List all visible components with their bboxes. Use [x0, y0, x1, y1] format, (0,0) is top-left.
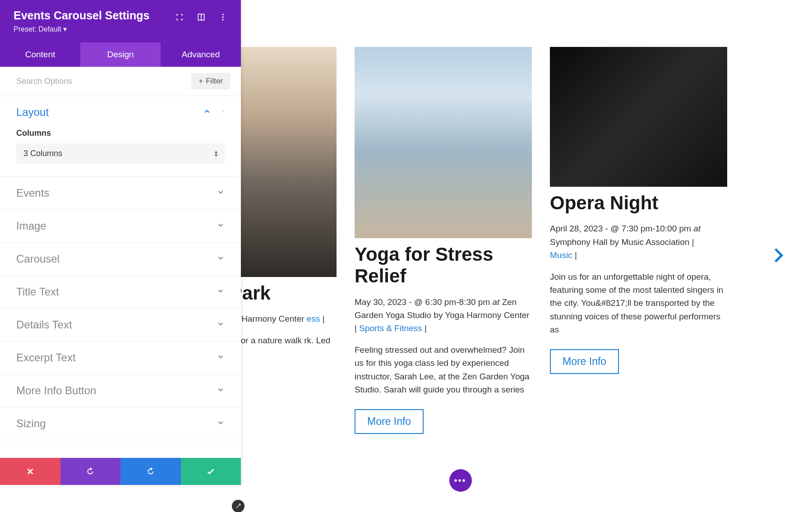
more-info-button[interactable]: More Info — [550, 349, 619, 374]
event-excerpt: Feeling stressed out and overwhelmed? Jo… — [355, 343, 532, 397]
cancel-button[interactable] — [0, 458, 60, 485]
panel-header-icons — [175, 13, 227, 23]
section-more-icon[interactable] — [222, 107, 225, 117]
layout-toggle-icon[interactable] — [197, 13, 206, 23]
svg-point-0 — [222, 14, 223, 15]
tab-content[interactable]: Content — [0, 42, 80, 67]
svg-point-3 — [223, 111, 223, 111]
event-meta: May 30, 2023 - @ 6:30 pm-8:30 pm at Zen … — [355, 295, 532, 335]
section-image: Image — [0, 210, 241, 243]
section-header-details-text[interactable]: Details Text — [0, 309, 241, 341]
chevron-down-icon — [217, 353, 225, 363]
select-arrows-icon: ▴▾ — [215, 150, 217, 157]
tabs: Content Design Advanced — [0, 42, 241, 67]
event-title: Opera Night — [550, 192, 727, 214]
event-card: Yoga for Stress Relief May 30, 2023 - @ … — [355, 47, 532, 434]
chevron-down-icon — [217, 320, 225, 330]
chevron-down-icon — [217, 386, 225, 396]
chevron-down-icon — [217, 188, 225, 198]
event-title: Yoga for Stress Relief — [355, 244, 532, 287]
undo-button[interactable] — [60, 458, 121, 485]
settings-panel: Events Carousel Settings Preset: Default… — [0, 0, 241, 485]
preset-dropdown[interactable]: Preset: Default ▾ — [14, 25, 149, 33]
svg-point-4 — [223, 111, 223, 111]
columns-label: Columns — [16, 129, 225, 138]
event-image — [550, 47, 727, 187]
section-header-excerpt-text[interactable]: Excerpt Text — [0, 341, 241, 374]
sections-list[interactable]: Layout Columns 3 Columns ▴▾ Events — [0, 96, 241, 458]
event-category-link[interactable]: Sports & Fitness — [359, 323, 422, 333]
section-more-info-button: More Info Button — [0, 374, 241, 407]
section-body-layout: Columns 3 Columns ▴▾ — [0, 129, 241, 176]
section-layout: Layout Columns 3 Columns ▴▾ — [0, 96, 241, 177]
redo-button[interactable] — [120, 458, 181, 485]
svg-point-1 — [222, 16, 223, 18]
section-events: Events — [0, 177, 241, 210]
section-carousel: Carousel — [0, 243, 241, 276]
columns-select[interactable]: 3 Columns ▴▾ — [16, 143, 225, 164]
events-carousel: e Walk in de Park - @ 7:00 am-9:00 am at… — [179, 47, 781, 434]
search-row: Search Options + Filter — [0, 67, 241, 96]
expand-icon[interactable] — [175, 13, 184, 23]
section-details-text: Details Text — [0, 309, 241, 341]
section-excerpt-text: Excerpt Text — [0, 341, 241, 374]
event-excerpt: Join us for an unforgettable night of op… — [550, 270, 727, 337]
search-input[interactable]: Search Options — [16, 77, 72, 86]
event-meta: April 28, 2023 - @ 7:30 pm-10:00 pm at S… — [550, 222, 727, 262]
more-info-button[interactable]: More Info — [355, 409, 424, 434]
panel-header-text: Events Carousel Settings Preset: Default… — [14, 9, 149, 33]
more-vert-icon[interactable] — [218, 13, 227, 23]
svg-point-2 — [222, 19, 223, 20]
event-category-link[interactable]: ess — [307, 314, 320, 323]
carousel-next-button[interactable] — [768, 246, 787, 267]
tab-design[interactable]: Design — [80, 42, 161, 67]
section-title-text: Title Text — [0, 276, 241, 309]
panel-title: Events Carousel Settings — [14, 9, 149, 22]
event-category-link[interactable]: Music — [550, 250, 572, 260]
svg-point-5 — [223, 112, 223, 112]
section-header-image[interactable]: Image — [0, 210, 241, 242]
save-button[interactable] — [181, 458, 241, 485]
section-header-sizing[interactable]: Sizing — [0, 407, 241, 440]
section-header-events[interactable]: Events — [0, 177, 241, 209]
plus-icon: + — [198, 77, 203, 86]
section-sizing: Sizing — [0, 407, 241, 440]
chevron-down-icon — [217, 221, 225, 231]
chevron-down-icon — [217, 419, 225, 429]
event-image — [355, 47, 532, 238]
section-header-layout[interactable]: Layout — [0, 96, 241, 129]
chevron-down-icon — [217, 254, 225, 264]
filter-button[interactable]: + Filter — [191, 73, 230, 89]
panel-header: Events Carousel Settings Preset: Default… — [0, 0, 241, 42]
chevron-up-icon — [203, 107, 211, 117]
tab-advanced[interactable]: Advanced — [161, 42, 241, 67]
floating-more-button[interactable]: ••• — [449, 469, 472, 492]
section-header-carousel[interactable]: Carousel — [0, 243, 241, 275]
chevron-down-icon — [217, 287, 225, 297]
more-horiz-icon: ••• — [454, 475, 466, 486]
section-header-more-info-button[interactable]: More Info Button — [0, 374, 241, 407]
event-card: Opera Night April 28, 2023 - @ 7:30 pm-1… — [550, 47, 727, 434]
resize-handle[interactable] — [232, 500, 245, 512]
section-header-title-text[interactable]: Title Text — [0, 276, 241, 308]
panel-footer — [0, 458, 241, 485]
